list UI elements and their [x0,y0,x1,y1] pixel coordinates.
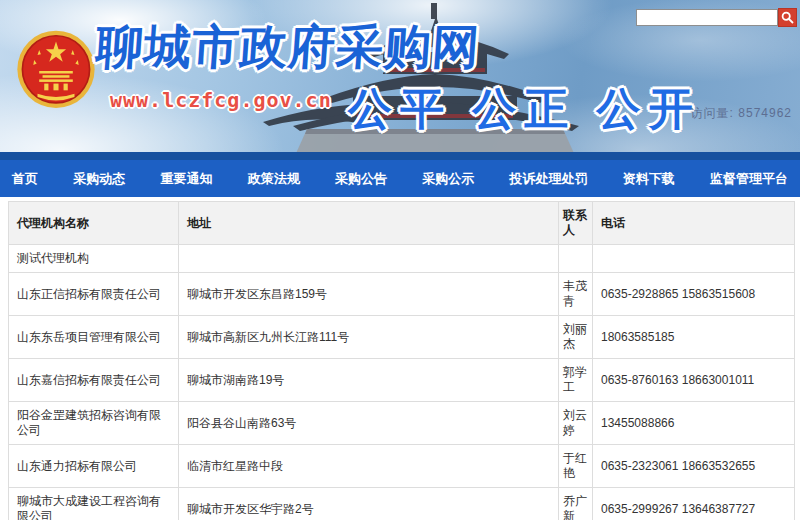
address-cell [179,245,559,273]
nav-item-资料下载[interactable]: 资料下载 [623,170,675,188]
content-area: 代理机构名称 地址 联系人 电话 测试代理机构山东正信招标有限责任公司聊城市开发… [0,197,800,520]
phone-cell: 13455088866 [593,402,795,445]
search-icon [781,11,794,24]
address-cell: 聊城市湖南路19号 [179,359,559,402]
nav-item-监督管理平台[interactable]: 监督管理平台 [710,170,788,188]
table-row: 测试代理机构 [9,245,795,273]
contact-cell: 郭学工 [559,359,593,402]
nav-item-采购公告[interactable]: 采购公告 [335,170,387,188]
address-cell: 临清市红星路中段 [179,445,559,488]
table-row: 山东通力招标有限公司临清市红星路中段于红艳0635-2323061 186635… [9,445,795,488]
agency-name-cell: 阳谷金罡建筑招标咨询有限公司 [9,402,179,445]
contact-cell: 刘云婷 [559,402,593,445]
search-button[interactable] [778,8,797,27]
table-row: 聊城市大成建设工程咨询有限公司聊城市开发区华宇路2号乔广新0635-299926… [9,488,795,520]
agency-name-cell: 山东正信招标有限责任公司 [9,273,179,316]
nav-item-投诉处理处罚[interactable]: 投诉处理处罚 [510,170,588,188]
site-slogan: 公平 公正 公开 [348,80,700,139]
nav-item-重要通知[interactable]: 重要通知 [161,170,213,188]
visit-counter: 访问量: 8574962 [691,105,792,122]
table-row: 山东正信招标有限责任公司聊城市开发区东昌路159号丰茂青0635-2928865… [9,273,795,316]
nav-item-政策法规[interactable]: 政策法规 [248,170,300,188]
visit-counter-label: 访问量: [691,106,734,120]
table-header-row: 代理机构名称 地址 联系人 电话 [9,202,795,245]
column-header-phone: 电话 [593,202,795,245]
agency-table-body: 测试代理机构山东正信招标有限责任公司聊城市开发区东昌路159号丰茂青0635-2… [9,245,795,520]
visit-counter-value: 8574962 [738,106,792,120]
site-url: www.lczfcg.gov.cn [110,88,332,112]
search-input[interactable] [636,9,778,26]
agency-name-cell: 聊城市大成建设工程咨询有限公司 [9,488,179,520]
national-emblem-logo [14,24,98,118]
table-row: 山东东岳项目管理有限公司聊城市高新区九州长江路111号刘丽杰1806358518… [9,316,795,359]
site-banner: 聊城市政府采购网 www.lczfcg.gov.cn 公平 公正 公开 访问量:… [0,0,800,152]
nav-item-首页[interactable]: 首页 [12,170,38,188]
agency-name-cell: 测试代理机构 [9,245,179,273]
nav-item-采购公示[interactable]: 采购公示 [422,170,474,188]
phone-cell: 18063585185 [593,316,795,359]
phone-cell [593,245,795,273]
contact-cell [559,245,593,273]
table-row: 阳谷金罡建筑招标咨询有限公司阳谷县谷山南路63号刘云婷13455088866 [9,402,795,445]
phone-cell: 0635-2928865 15863515608 [593,273,795,316]
address-cell: 阳谷县谷山南路63号 [179,402,559,445]
agency-name-cell: 山东嘉信招标有限责任公司 [9,359,179,402]
phone-cell: 0635-2323061 18663532655 [593,445,795,488]
address-cell: 聊城市高新区九州长江路111号 [179,316,559,359]
agency-name-cell: 山东通力招标有限公司 [9,445,179,488]
address-cell: 聊城市开发区东昌路159号 [179,273,559,316]
nav-top-strip [0,152,800,160]
contact-cell: 于红艳 [559,445,593,488]
phone-cell: 0635-8760163 18663001011 [593,359,795,402]
contact-cell: 刘丽杰 [559,316,593,359]
agency-name-cell: 山东东岳项目管理有限公司 [9,316,179,359]
address-cell: 聊城市开发区华宇路2号 [179,488,559,520]
table-row: 山东嘉信招标有限责任公司聊城市湖南路19号郭学工0635-8760163 186… [9,359,795,402]
site-title: 聊城市政府采购网 [94,16,482,79]
column-header-agency-name: 代理机构名称 [9,202,179,245]
nav-item-采购动态[interactable]: 采购动态 [73,170,125,188]
agency-table: 代理机构名称 地址 联系人 电话 测试代理机构山东正信招标有限责任公司聊城市开发… [8,201,795,520]
contact-cell: 丰茂青 [559,273,593,316]
phone-cell: 0635-2999267 13646387727 [593,488,795,520]
page: 聊城市政府采购网 www.lczfcg.gov.cn 公平 公正 公开 访问量:… [0,0,800,520]
column-header-address: 地址 [179,202,559,245]
contact-cell: 乔广新 [559,488,593,520]
main-nav: 首页采购动态重要通知政策法规采购公告采购公示投诉处理处罚资料下载监督管理平台 [0,160,800,197]
column-header-contact: 联系人 [559,202,593,245]
